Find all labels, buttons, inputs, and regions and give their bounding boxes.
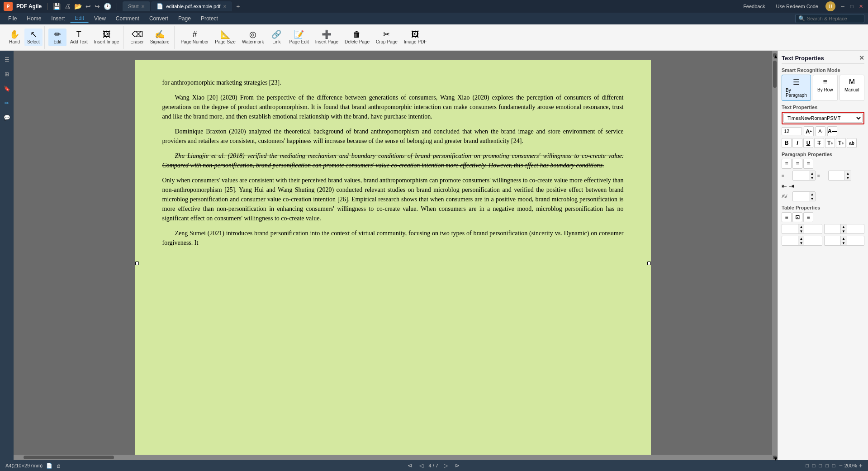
insert-page-button[interactable]: ➕ Insert Page [313, 29, 341, 46]
delete-page-button[interactable]: 🗑 Delete Page [342, 29, 372, 46]
view-icon-3[interactable]: □ [819, 463, 822, 468]
pdf-scroll-area[interactable]: for anthropomorphic marketing strategies… [14, 51, 772, 455]
special-format-button[interactable]: ab [847, 138, 857, 148]
cell-padding-right-input[interactable]: 2.00 [825, 226, 840, 232]
menu-view[interactable]: View [90, 14, 110, 23]
menu-file[interactable]: File [4, 14, 21, 23]
cell-left-up[interactable]: ▲ [840, 236, 847, 241]
cell-right-down[interactable]: ▼ [840, 229, 847, 233]
menu-home[interactable]: Home [22, 14, 46, 23]
page-number-button[interactable]: # Page Number [178, 29, 212, 46]
cell-right-up[interactable]: ▲ [840, 224, 847, 229]
align-right-button[interactable]: ≡ [803, 159, 813, 169]
status-icon-2[interactable]: 🖨 [56, 463, 61, 468]
table-align-left-button[interactable]: ≡ [782, 212, 792, 222]
para-spacing-up[interactable]: ▲ [844, 171, 851, 176]
align-left-button[interactable]: ≡ [782, 159, 792, 169]
nav-first-button[interactable]: ⊲ [406, 462, 414, 469]
selection-handle-left[interactable] [135, 262, 139, 265]
image-pdf-button[interactable]: 🖼 Image PDF [401, 29, 430, 46]
strikethrough-button[interactable]: T [814, 138, 824, 148]
undo-icon[interactable]: ↩ [85, 3, 91, 10]
pdf-horizontal-scrollbar[interactable] [14, 455, 772, 460]
font-name-select[interactable]: TimesNewRomanPSMT [783, 114, 863, 123]
line-spacing-input[interactable]: 1.04 [793, 172, 809, 179]
cell-top-down[interactable]: ▼ [798, 229, 804, 233]
view-icon-4[interactable]: □ [825, 463, 829, 468]
line-spacing-down[interactable]: ▼ [809, 176, 815, 180]
table-align-center-button[interactable]: ⊡ [792, 212, 802, 222]
zoom-in-button[interactable]: + [859, 462, 863, 469]
feedback-button[interactable]: Feedback [740, 3, 768, 10]
av-input[interactable] [793, 193, 809, 200]
insert-image-button[interactable]: 🖼 Insert Image [91, 29, 122, 46]
scroll-down-arrow[interactable]: ▼ [773, 456, 777, 459]
increase-font-button[interactable]: A+ [804, 126, 814, 136]
save-icon[interactable]: 💾 [53, 3, 61, 10]
page-edit-button[interactable]: 📝 Page Edit [286, 29, 311, 46]
bold-button[interactable]: B [782, 138, 792, 148]
mode-by-paragraph[interactable]: ☰ By Paragraph [782, 75, 811, 101]
table-align-right-button[interactable]: ≡ [803, 212, 813, 222]
align-center-button[interactable]: ≡ [792, 159, 802, 169]
cell-left-down[interactable]: ▼ [840, 241, 847, 245]
italic-button[interactable]: I [792, 138, 802, 148]
redeem-button[interactable]: Use Redeem Code [772, 3, 822, 10]
menu-convert[interactable]: Convert [145, 14, 173, 23]
cell-bottom-up[interactable]: ▲ [798, 236, 804, 241]
menu-protect[interactable]: Protect [196, 14, 223, 23]
zoom-out-button[interactable]: − [839, 462, 842, 469]
open-icon[interactable]: 📂 [74, 3, 82, 10]
tab-pdf[interactable]: 📄 editable.pdf.example.pdf ✕ [151, 1, 232, 11]
left-icon-menu[interactable]: ☰ [1, 54, 12, 65]
nav-prev-button[interactable]: ◁ [417, 462, 425, 469]
left-icon-bookmark[interactable]: 🔖 [1, 83, 12, 94]
decrease-font-button[interactable]: A- [816, 126, 825, 136]
av-up[interactable]: ▲ [809, 192, 815, 196]
tab-start-close[interactable]: ✕ [141, 4, 145, 9]
status-icon-1[interactable]: 📄 [46, 463, 52, 469]
view-icon-1[interactable]: □ [806, 463, 809, 468]
redo-icon[interactable]: ↪ [95, 3, 100, 10]
selection-handle-right[interactable] [647, 262, 651, 265]
user-avatar[interactable]: U [825, 1, 835, 11]
mode-by-row[interactable]: ≡ By Row [813, 75, 838, 101]
av-down[interactable]: ▼ [809, 196, 815, 201]
search-box[interactable]: 🔍 [795, 14, 864, 23]
scroll-up-arrow[interactable]: ▲ [773, 53, 777, 57]
add-text-button[interactable]: T Add Text [67, 29, 90, 46]
link-button[interactable]: 🔗 Link [267, 29, 285, 46]
menu-insert[interactable]: Insert [47, 14, 69, 23]
history-icon[interactable]: 🕐 [104, 3, 111, 10]
view-icon-2[interactable]: □ [812, 463, 816, 468]
menu-page[interactable]: Page [174, 14, 195, 23]
superscript-button[interactable]: Ts [825, 138, 835, 148]
scroll-thumb[interactable] [773, 61, 777, 88]
menu-edit[interactable]: Edit [70, 14, 89, 23]
left-icon-edit[interactable]: ✏ [1, 98, 12, 109]
cell-padding-left-input[interactable]: 2.00 [825, 238, 840, 244]
cell-top-up[interactable]: ▲ [798, 224, 804, 229]
cell-padding-bottom-input[interactable]: 2.00 [782, 238, 798, 244]
edit-tool-button[interactable]: ✏ Edit [48, 29, 66, 46]
panel-close-button[interactable]: ✕ [859, 54, 864, 62]
line-spacing-up[interactable]: ▲ [809, 171, 815, 176]
left-icon-comment[interactable]: 💬 [1, 112, 12, 123]
font-size-input[interactable] [782, 127, 802, 135]
font-color-button[interactable]: A [827, 126, 837, 136]
eraser-button[interactable]: ⌫ Eraser [128, 29, 146, 46]
pdf-vertical-scrollbar[interactable]: ▲ ▼ [772, 51, 778, 460]
para-spacing-down[interactable]: ▼ [844, 176, 851, 180]
menu-comment[interactable]: Comment [111, 14, 144, 23]
crop-page-button[interactable]: ✂ Crop Page [373, 29, 400, 46]
nav-next-button[interactable]: ▷ [442, 462, 450, 469]
add-tab-button[interactable]: + [233, 1, 243, 11]
nav-last-button[interactable]: ⊳ [453, 462, 461, 469]
page-size-button[interactable]: 📐 Page Size [212, 29, 238, 46]
print-icon[interactable]: 🖨 [64, 3, 71, 10]
close-button[interactable]: ✕ [857, 3, 864, 10]
signature-button[interactable]: ✍ Signature [147, 29, 172, 46]
watermark-button[interactable]: ◎ Watermark [239, 29, 267, 46]
underline-button[interactable]: U [803, 138, 813, 148]
tab-start[interactable]: Start ✕ [123, 1, 150, 11]
